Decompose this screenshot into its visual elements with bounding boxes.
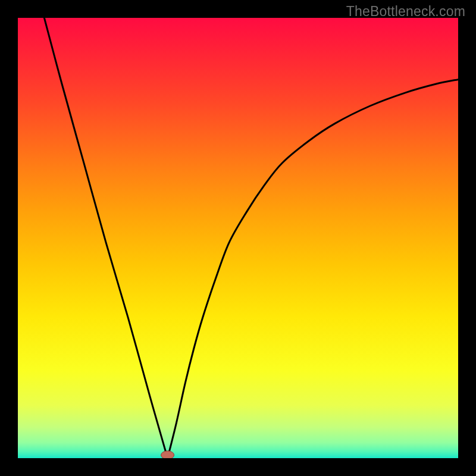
minimum-marker: [161, 451, 174, 458]
chart-plot-area: [18, 18, 458, 458]
chart-frame: TheBottleneck.com: [0, 0, 476, 476]
watermark-text: TheBottleneck.com: [346, 4, 465, 20]
gradient-background: [18, 18, 458, 458]
chart-svg: [18, 18, 458, 458]
